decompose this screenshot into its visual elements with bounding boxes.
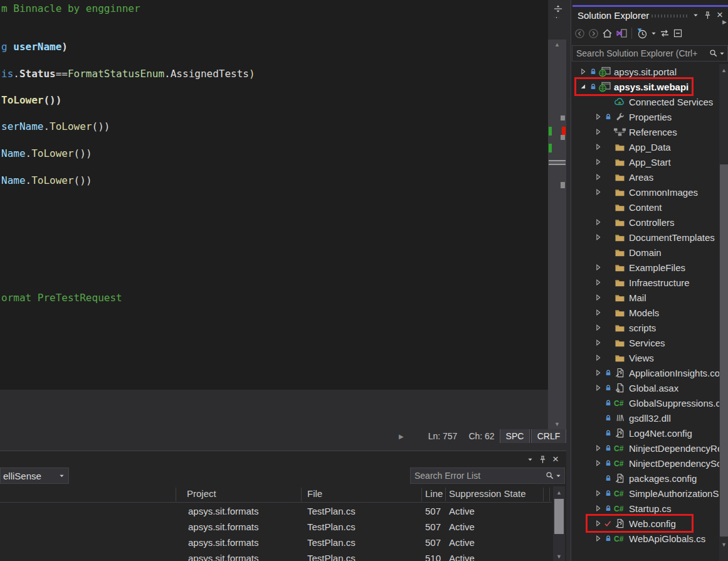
chevron-collapsed-icon[interactable]: [594, 233, 603, 242]
chevron-collapsed-icon[interactable]: [594, 173, 603, 181]
pin-icon[interactable]: [704, 11, 711, 19]
tree-item-views[interactable]: Views: [572, 350, 719, 365]
search-icon[interactable]: [709, 49, 718, 58]
chevron-collapsed-icon[interactable]: [594, 459, 603, 468]
scroll-up-arrow[interactable]: ▲: [719, 65, 728, 75]
tree-item-properties[interactable]: Properties: [572, 109, 719, 124]
column-divider[interactable]: [445, 488, 446, 501]
toolbar-overflow-icon[interactable]: ▶: [722, 19, 727, 25]
sync-active-document-icon[interactable]: [616, 28, 627, 38]
code-editor[interactable]: m Binnacle by engginnerg userName)is.Sta…: [0, 0, 548, 390]
scroll-down-arrow[interactable]: ▼: [553, 552, 565, 561]
chevron-down-icon[interactable]: [527, 457, 533, 462]
error-row[interactable]: apsys.sit.formatsTestPlan.cs507Active: [0, 520, 552, 535]
error-list-scrollbar[interactable]: ▲ ▼: [553, 486, 565, 561]
drag-grip[interactable]: [652, 14, 688, 18]
scroll-down-arrow[interactable]: ▼: [548, 419, 566, 429]
tree-item-mail[interactable]: Mail: [572, 290, 719, 305]
tree-item-documenttemplates[interactable]: DocumentTemplates: [572, 230, 719, 245]
tree-item-models[interactable]: Models: [572, 305, 719, 320]
tree-item-references[interactable]: References: [572, 124, 719, 139]
chevron-collapsed-icon[interactable]: [594, 142, 603, 151]
chevron-collapsed-icon[interactable]: [594, 218, 603, 227]
spaces-indicator[interactable]: SPC: [500, 429, 530, 443]
tree-item-applicationinsights-co[interactable]: ApplicationInsights.co: [572, 365, 719, 380]
chevron-collapsed-icon[interactable]: [594, 338, 603, 347]
chevron-collapsed-icon[interactable]: [594, 534, 603, 543]
chevron-collapsed-icon[interactable]: [594, 278, 603, 287]
chevron-collapsed-icon[interactable]: [579, 67, 588, 76]
tree-item-infraestructure[interactable]: Infraestructure: [572, 275, 719, 290]
error-row[interactable]: apsys.sit.formatsTestPlan.cs510Active: [0, 551, 552, 561]
scrollbar-thumb[interactable]: [720, 164, 728, 537]
tree-item-gsdll32-dll[interactable]: gsdll32.dll: [572, 410, 719, 425]
scrollbar-thumb[interactable]: [554, 499, 564, 534]
tree-item-app-data[interactable]: App_Data: [572, 139, 719, 154]
chevron-down-icon[interactable]: [556, 473, 561, 479]
tree-item-global-asax[interactable]: Global.asax: [572, 380, 719, 395]
tree-item-scripts[interactable]: scripts: [572, 320, 719, 335]
tree-item-controllers[interactable]: Controllers: [572, 215, 719, 230]
split-editor-button[interactable]: [549, 1, 566, 16]
chevron-collapsed-icon[interactable]: [594, 323, 603, 332]
chevron-collapsed-icon[interactable]: [594, 127, 603, 136]
chevron-collapsed-icon[interactable]: [594, 383, 603, 392]
scroll-up-arrow[interactable]: ▲: [548, 40, 566, 50]
breadcrumb-arrow-icon[interactable]: ▶: [399, 433, 404, 440]
forward-icon[interactable]: [588, 28, 599, 39]
column-divider[interactable]: [543, 488, 544, 501]
scrollbar-thumb[interactable]: [549, 160, 566, 165]
column-header-suppression-state[interactable]: Suppression State: [449, 488, 526, 499]
error-row[interactable]: apsys.sit.formatsTestPlan.cs507Active: [0, 504, 552, 520]
chevron-down-icon[interactable]: [693, 13, 699, 18]
history-filter-icon[interactable]: [636, 28, 648, 39]
column-header-project[interactable]: Project: [187, 488, 216, 499]
tree-item-commonimages[interactable]: CommonImages: [572, 184, 719, 200]
chevron-down-icon[interactable]: [651, 31, 657, 36]
column-header-line[interactable]: Line: [425, 488, 443, 499]
solution-explorer-titlebar[interactable]: Solution Explorer ×: [571, 7, 728, 23]
tree-item-ninjectdependencyso[interactable]: C#NinjectDependencySo: [572, 456, 719, 471]
solution-search-input[interactable]: [572, 48, 709, 58]
chevron-collapsed-icon[interactable]: [594, 188, 603, 196]
pin-icon[interactable]: [539, 456, 546, 464]
chevron-collapsed-icon[interactable]: [594, 504, 603, 513]
tree-item-examplefiles[interactable]: ExampleFiles: [572, 260, 719, 275]
editor-scrollbar[interactable]: ▲ ▼: [548, 40, 566, 429]
tree-item-simpleauthorizations[interactable]: C#SimpleAuthorizationS: [572, 486, 719, 501]
chevron-collapsed-icon[interactable]: [594, 112, 603, 121]
tree-item-areas[interactable]: Areas: [572, 169, 719, 184]
tree-item-app-start[interactable]: App_Start: [572, 154, 719, 169]
column-divider[interactable]: [301, 488, 302, 501]
chevron-collapsed-icon[interactable]: [594, 158, 603, 166]
chevron-collapsed-icon[interactable]: [594, 368, 603, 377]
tree-item-domain[interactable]: Domain: [572, 245, 719, 260]
home-icon[interactable]: [602, 28, 613, 38]
tree-item-services[interactable]: Services: [572, 335, 719, 350]
column-header-file[interactable]: File: [307, 488, 322, 499]
collapse-all-icon[interactable]: [673, 28, 683, 38]
tree-item-webapiglobals-cs[interactable]: C#WebApiGlobals.cs: [572, 531, 719, 546]
tree-item-globalsuppressions-cs[interactable]: C#GlobalSuppressions.cs: [572, 395, 719, 410]
back-icon[interactable]: [574, 28, 585, 39]
chevron-collapsed-icon[interactable]: [594, 308, 603, 317]
tree-item-log4net-config[interactable]: Log4Net.config: [572, 425, 719, 441]
line-ending-indicator[interactable]: CRLF: [531, 429, 566, 443]
error-row[interactable]: apsys.sit.formatsTestPlan.cs507Active: [0, 535, 552, 551]
solution-explorer-scrollbar[interactable]: ▲ ▼: [719, 64, 728, 561]
search-icon[interactable]: [546, 471, 554, 480]
chevron-collapsed-icon[interactable]: [594, 263, 603, 272]
chevron-down-icon[interactable]: [719, 51, 725, 56]
tree-item-connected-services[interactable]: Connected Services: [572, 94, 719, 109]
tree-item-packages-config[interactable]: packages.config: [572, 471, 719, 486]
chevron-collapsed-icon[interactable]: [594, 353, 603, 362]
tree-item-ninjectdependencyre[interactable]: C#NinjectDependencyRe: [572, 441, 719, 456]
chevron-collapsed-icon[interactable]: [594, 293, 603, 302]
switch-view-icon[interactable]: [660, 28, 670, 38]
chevron-collapsed-icon[interactable]: [594, 489, 603, 498]
column-divider[interactable]: [549, 488, 550, 501]
scroll-up-arrow[interactable]: ▲: [553, 488, 565, 498]
scroll-down-arrow[interactable]: ▼: [719, 540, 728, 550]
tree-item-content[interactable]: Content: [572, 200, 719, 215]
error-search-input[interactable]: [411, 471, 546, 481]
